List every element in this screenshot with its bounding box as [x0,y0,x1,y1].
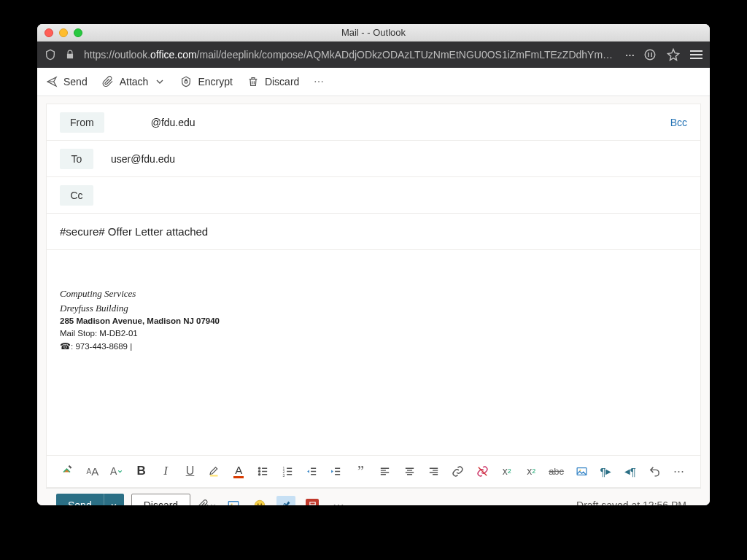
bold-button[interactable]: B [134,462,148,480]
url-suffix: /mail/deeplink/compose/AQMkADdjODkzODAzL… [197,49,616,61]
picture-icon [227,499,240,505]
underline-button[interactable]: U [183,462,197,480]
encrypt-label: Encrypt [198,76,232,88]
svg-point-14 [255,500,265,505]
rtl-button[interactable]: ◀¶ [623,462,637,480]
svg-rect-12 [228,502,239,506]
highlight-button[interactable] [207,462,221,480]
more-bottom-button[interactable]: ⋯ [329,496,348,505]
close-window-button[interactable] [44,28,53,37]
bcc-toggle[interactable]: Bcc [670,117,687,128]
from-row: From @fdu.edu Bcc [47,104,700,141]
quote-button[interactable]: ” [354,462,368,480]
minimize-window-button[interactable] [59,28,68,37]
discard-bottom-button[interactable]: Discard [131,494,190,505]
attach-bottom-button[interactable] [198,496,217,505]
more-format-button[interactable]: ⋯ [672,462,686,480]
bullets-icon [257,465,269,478]
align-left-button[interactable] [378,462,392,480]
insert-picture-bottom-button[interactable] [224,496,243,505]
formatting-icon: A [280,499,293,505]
formatting-toggle-button[interactable]: A [276,496,295,505]
align-right-button[interactable] [427,462,441,480]
subscript-button[interactable]: x2 [525,462,538,480]
strikethrough-button[interactable]: abc [549,462,564,480]
paperclip-icon [102,76,114,88]
unlink-icon [476,465,489,478]
message-body[interactable]: Computing Services Dreyfuss Building 285… [47,250,700,455]
align-right-icon [427,465,440,478]
format-painter-button[interactable] [61,462,75,480]
send-split-button: Send [56,494,124,505]
picture-icon [576,465,588,478]
bookmark-star-icon[interactable] [667,48,680,61]
undo-icon [649,465,661,478]
shield-lock-icon [180,76,192,88]
highlighter-icon [208,464,221,478]
numbering-button[interactable]: 123 [281,462,295,480]
tracking-protection-icon[interactable] [44,49,56,61]
italic-button[interactable]: I [159,462,173,480]
indent-button[interactable] [329,462,343,480]
align-left-icon [379,465,391,478]
svg-text:1: 1 [282,466,285,470]
menu-icon[interactable] [690,50,703,59]
format-painter-icon [61,464,74,478]
unlink-button[interactable] [476,462,489,480]
encrypt-button[interactable]: Encrypt [180,76,232,88]
subject-input[interactable]: #secure# Offer Letter attached [60,225,208,238]
ltr-button[interactable]: ¶▶ [599,462,613,480]
signature-button[interactable] [303,496,322,505]
discard-button[interactable]: Discard [247,76,299,88]
compose-toolbar: Send Attach Encrypt Discard ⋯ [37,68,710,96]
send-main-button[interactable]: Send [56,494,104,505]
trash-icon [247,76,259,88]
discard-label: Discard [265,76,299,88]
to-value[interactable]: user@fdu.edu [111,153,175,165]
url-host: office.com [150,49,197,61]
square-icon [306,499,319,505]
font-family-button[interactable]: AA [85,462,99,480]
attach-button[interactable]: Attach [102,76,166,88]
insert-picture-button[interactable] [575,462,589,480]
to-label[interactable]: To [60,149,93,169]
link-button[interactable] [452,462,465,480]
signature-line-5: ☎: 973-443-8689 | [60,341,687,353]
action-bar: Send Discard A [46,488,701,505]
lock-icon [65,50,75,60]
subject-row: #secure# Offer Letter attached [47,214,700,250]
chevron-down-icon [209,502,217,505]
window-title: Mail - - Outlook [37,27,710,38]
signature-line-1: Computing Services [60,287,687,301]
align-center-button[interactable] [403,462,417,480]
undo-button[interactable] [648,462,662,480]
chevron-down-icon [154,76,166,88]
link-icon [452,465,464,478]
emoji-button[interactable] [250,496,269,505]
from-value[interactable]: @fdu.edu [151,117,196,128]
more-actions-button[interactable]: ⋯ [314,76,324,88]
chevron-down-icon [117,468,123,475]
from-label[interactable]: From [60,112,104,133]
font-size-button[interactable]: A [110,462,124,480]
addrbar-actions [643,48,703,61]
reader-view-icon[interactable] [643,48,657,61]
draft-status: Draft saved at 12:56 PM [576,499,691,505]
url-field[interactable]: https://outlook.office.com/mail/deeplink… [84,49,616,61]
svg-point-15 [258,503,259,505]
superscript-button[interactable]: x2 [500,462,514,480]
maximize-window-button[interactable] [74,28,82,37]
bullets-button[interactable] [256,462,270,480]
svg-point-5 [259,470,260,472]
send-button[interactable]: Send [46,76,88,88]
cc-label[interactable]: Cc [60,185,93,206]
outdent-button[interactable] [305,462,319,480]
send-options-button[interactable] [104,494,124,505]
compose-card: From @fdu.edu Bcc To user@fdu.edu Cc #se… [46,104,701,488]
emoji-icon [253,499,266,505]
url-more-icon[interactable]: ⋯ [625,50,635,61]
cc-row: Cc [47,177,700,214]
send-label: Send [63,76,88,88]
align-center-icon [403,465,416,478]
font-color-button[interactable]: A [232,462,246,480]
